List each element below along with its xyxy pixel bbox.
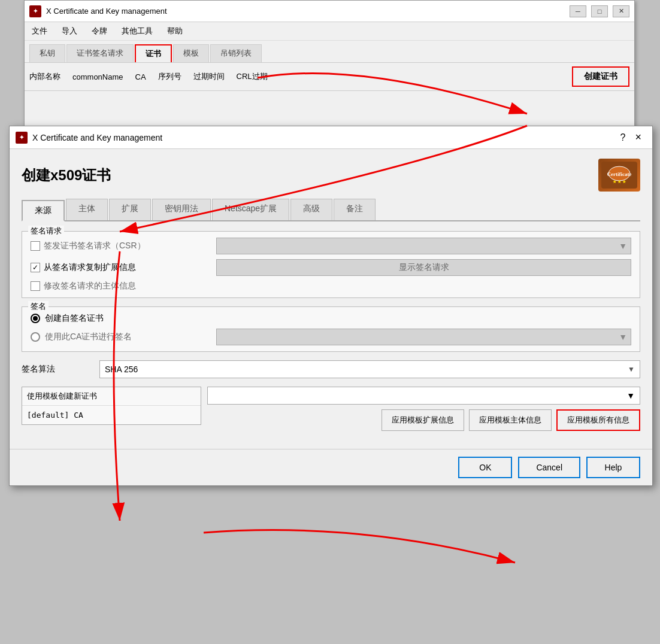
bg-tab-revocation[interactable]: 吊销列表 <box>210 44 262 62</box>
csr-option-row: 签发证书签名请求（CSR） ▼ <box>31 238 631 254</box>
svg-text:Certificate: Certificate <box>607 171 632 177</box>
bg-window-title: X Certificate and Key management <box>46 7 570 16</box>
dialog-title: X Certificate and Key management <box>32 133 616 142</box>
show-signing-request-button[interactable]: 显示签名请求 <box>216 259 631 276</box>
menu-item-help[interactable]: 帮助 <box>165 25 185 38</box>
col-ca: CA <box>135 72 146 81</box>
dialog-titlebar: ✦ X Certificate and Key management ? × <box>10 126 652 149</box>
signing-request-title: 签名请求 <box>28 226 64 236</box>
bg-tab-bar: 私钥 证书签名请求 证书 模板 吊销列表 <box>25 41 634 63</box>
dropdown-arrow-icon: ▼ <box>619 241 627 251</box>
self-sign-text: 创建自签名证书 <box>45 313 104 324</box>
dialog-close-button[interactable]: × <box>630 131 646 144</box>
col-common-name: commonName <box>72 72 123 81</box>
tab-notes[interactable]: 备注 <box>334 199 376 220</box>
menu-item-token[interactable]: 令牌 <box>89 25 110 38</box>
bg-table-header: 内部名称 commonName CA 序列号 过期时间 CRL过期 创建证书 <box>25 63 634 91</box>
tab-subject[interactable]: 主体 <box>66 199 108 220</box>
svg-text:★ ★ ★: ★ ★ ★ <box>613 180 626 184</box>
algorithm-value: SHA 256 <box>105 364 138 374</box>
self-sign-row: 创建自签名证书 <box>31 313 631 324</box>
template-box-title: 使用模板创建新证书 <box>22 387 201 406</box>
bg-tab-private-key[interactable]: 私钥 <box>29 44 65 62</box>
copy-extensions-text: 从签名请求复制扩展信息 <box>44 262 136 273</box>
dialog-app-icon: ✦ <box>16 132 28 144</box>
ok-button[interactable]: OK <box>458 457 512 478</box>
apply-extensions-button[interactable]: 应用模板扩展信息 <box>382 409 464 431</box>
bg-app-icon: ✦ <box>29 5 41 17</box>
tab-netscape[interactable]: Netscape扩展 <box>212 199 289 220</box>
create-cert-button[interactable]: 创建证书 <box>572 66 629 87</box>
tab-extensions[interactable]: 扩展 <box>109 199 151 220</box>
dialog-tab-bar: 来源 主体 扩展 密钥用法 Netscape扩展 高级 备注 <box>22 199 640 221</box>
bg-close-button[interactable]: ✕ <box>613 5 629 17</box>
bg-tab-template[interactable]: 模板 <box>173 44 209 62</box>
csr-checkbox-label[interactable]: 签发证书签名请求（CSR） <box>31 241 210 251</box>
tab-advanced[interactable]: 高级 <box>290 199 332 220</box>
signing-section: 签名 创建自签名证书 使用此CA证书进行签名 ▼ <box>22 306 640 352</box>
self-sign-radio-label[interactable]: 创建自签名证书 <box>31 313 210 324</box>
dialog-heading-text: 创建x509证书 <box>22 166 111 185</box>
template-box: 使用模板创建新证书 [default] CA <box>22 387 201 425</box>
template-dropdown[interactable]: ▼ <box>207 387 640 405</box>
background-window: ✦ X Certificate and Key management ─ □ ✕… <box>24 0 635 138</box>
modify-subject-label[interactable]: 修改签名请求的主体信息 <box>31 281 210 291</box>
ca-sign-row: 使用此CA证书进行签名 ▼ <box>31 329 631 345</box>
self-sign-radio[interactable] <box>31 314 40 323</box>
modify-subject-checkbox[interactable] <box>31 281 40 291</box>
col-serial: 序列号 <box>158 71 181 82</box>
ca-sign-dropdown: ▼ <box>216 329 631 345</box>
bg-titlebar: ✦ X Certificate and Key management ─ □ ✕ <box>25 1 634 22</box>
bg-tab-csr[interactable]: 证书签名请求 <box>66 44 134 62</box>
col-internal-name: 内部名称 <box>29 71 60 82</box>
algorithm-row: 签名算法 SHA 256 ▼ <box>22 360 640 378</box>
algorithm-label: 签名算法 <box>22 364 93 375</box>
signing-request-section: 签名请求 签发证书签名请求（CSR） ▼ 从签名请求复制扩展信息 显示签名请求 <box>22 231 640 298</box>
modify-subject-row: 修改签名请求的主体信息 <box>31 281 631 291</box>
tab-key-usage[interactable]: 密钥用法 <box>152 199 211 220</box>
bg-menu-bar: 文件 导入 令牌 其他工具 帮助 <box>25 22 634 41</box>
csr-checkbox[interactable] <box>31 241 40 251</box>
ca-sign-text: 使用此CA证书进行签名 <box>45 332 132 342</box>
copy-extensions-label[interactable]: 从签名请求复制扩展信息 <box>31 262 210 273</box>
csr-label-text: 签发证书签名请求（CSR） <box>44 241 146 251</box>
copy-extensions-row: 从签名请求复制扩展信息 显示签名请求 <box>31 259 631 276</box>
ca-dropdown-arrow: ▼ <box>619 332 627 342</box>
apply-all-button[interactable]: 应用模板所有信息 <box>556 409 640 431</box>
col-crl-expiry: CRL过期 <box>237 71 268 82</box>
csr-dropdown: ▼ <box>216 238 631 254</box>
menu-item-tools[interactable]: 其他工具 <box>119 25 155 38</box>
template-right-area: ▼ 应用模板扩展信息 应用模板主体信息 应用模板所有信息 <box>201 387 640 431</box>
template-area: 使用模板创建新证书 [default] CA ▼ 应用模板扩展信息 应用模板主体… <box>22 387 640 431</box>
create-cert-dialog: ✦ X Certificate and Key management ? × 创… <box>9 126 653 486</box>
tab-source[interactable]: 来源 <box>22 200 65 221</box>
apply-buttons-area: 应用模板扩展信息 应用模板主体信息 应用模板所有信息 <box>207 409 640 431</box>
help-button[interactable]: Help <box>586 457 640 478</box>
modify-subject-text: 修改签名请求的主体信息 <box>44 281 136 291</box>
dialog-help-ctrl[interactable]: ? <box>616 132 631 143</box>
bg-window-controls: ─ □ ✕ <box>570 5 629 17</box>
dialog-heading-area: 创建x509证书 Certificate ★ ★ ★ <box>22 159 640 192</box>
bg-minimize-button[interactable]: ─ <box>570 5 586 17</box>
template-dropdown-arrow-icon: ▼ <box>626 391 635 400</box>
ca-sign-radio-label[interactable]: 使用此CA证书进行签名 <box>31 332 210 342</box>
dialog-body: 创建x509证书 Certificate ★ ★ ★ 来源 主体 扩展 密钥用法… <box>10 149 652 449</box>
dialog-footer: OK Cancel Help <box>10 449 652 485</box>
cancel-button[interactable]: Cancel <box>518 457 580 478</box>
template-item[interactable]: [default] CA <box>22 406 201 424</box>
apply-subject-button[interactable]: 应用模板主体信息 <box>469 409 552 431</box>
bg-tab-certificate[interactable]: 证书 <box>135 44 172 62</box>
algo-dropdown-arrow-icon: ▼ <box>628 365 635 373</box>
bg-maximize-button[interactable]: □ <box>591 5 608 17</box>
dialog-logo: Certificate ★ ★ ★ <box>598 159 640 192</box>
col-expiry: 过期时间 <box>193 71 225 82</box>
algorithm-dropdown[interactable]: SHA 256 ▼ <box>99 360 640 378</box>
menu-item-file[interactable]: 文件 <box>29 25 50 38</box>
ca-sign-radio[interactable] <box>31 332 40 342</box>
copy-extensions-checkbox[interactable] <box>31 263 40 272</box>
signing-title: 签名 <box>28 301 49 312</box>
menu-item-import[interactable]: 导入 <box>59 25 80 38</box>
